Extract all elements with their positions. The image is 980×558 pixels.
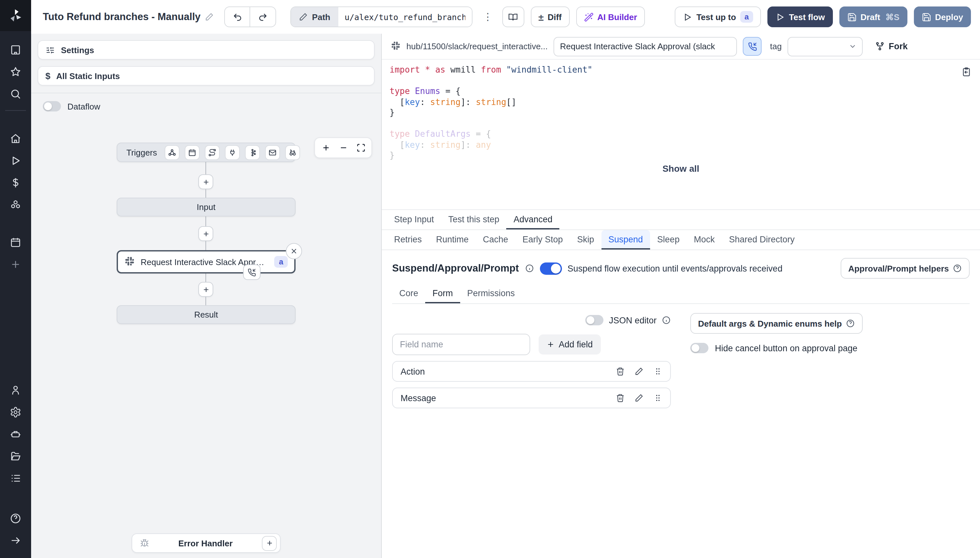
edit-title-pencil-icon[interactable] [205, 12, 214, 21]
field-label: Message [401, 393, 436, 403]
search-icon[interactable] [4, 83, 27, 105]
tab-early-stop[interactable]: Early Stop [515, 230, 570, 249]
trash-icon[interactable] [616, 393, 625, 402]
suspend-indicator-button[interactable] [743, 37, 762, 56]
json-editor-label: JSON editor [609, 315, 657, 325]
hide-cancel-toggle[interactable] [690, 343, 708, 353]
info-icon[interactable] [662, 316, 671, 325]
editor-header: hub/11500/slack/request_interactive... t… [382, 34, 980, 60]
home-icon[interactable] [4, 128, 27, 150]
email-trigger-icon[interactable] [265, 145, 280, 160]
tag-select[interactable] [788, 37, 863, 56]
schedules-calendar-icon[interactable] [4, 231, 27, 253]
insert-step-button[interactable] [198, 226, 213, 241]
deploy-button[interactable]: Deploy [914, 7, 971, 27]
tab-skip[interactable]: Skip [570, 230, 601, 249]
fork-button[interactable]: Fork [875, 41, 908, 51]
expand-sidebar-arrow-icon[interactable] [4, 530, 27, 551]
trash-icon[interactable] [616, 367, 625, 376]
field-name-input[interactable] [392, 334, 530, 355]
save-icon [847, 12, 857, 22]
tab-retries[interactable]: Retries [387, 230, 429, 249]
tab-cache[interactable]: Cache [476, 230, 515, 249]
insert-step-button[interactable] [198, 282, 213, 297]
add-plus-icon[interactable] [4, 253, 27, 276]
websocket-trigger-icon[interactable] [225, 145, 240, 160]
add-field-button[interactable]: Add field [538, 335, 601, 354]
path-input[interactable] [338, 7, 471, 26]
tab-core[interactable]: Core [392, 284, 425, 303]
help-icon[interactable] [4, 507, 27, 530]
workers-robot-icon[interactable] [4, 423, 27, 445]
form-field-row[interactable]: Message [392, 387, 671, 408]
hub-script-path[interactable]: hub/11500/slack/request_interactive... [406, 41, 548, 51]
plus-minus-icon: ± [538, 11, 543, 22]
tab-permissions[interactable]: Permissions [460, 284, 522, 303]
suspend-enable-toggle[interactable] [540, 262, 561, 274]
tab-step-input[interactable]: Step Input [387, 210, 441, 230]
docs-book-button[interactable] [502, 7, 524, 27]
default-args-help-button[interactable]: Default args & Dynamic enums help [690, 313, 863, 334]
user-icon[interactable] [4, 379, 27, 401]
edit-pencil-icon[interactable] [635, 367, 643, 376]
tab-advanced[interactable]: Advanced [507, 210, 560, 230]
settings-gear-icon[interactable] [4, 401, 27, 423]
tab-mock[interactable]: Mock [687, 230, 722, 249]
redo-button[interactable] [251, 7, 276, 27]
tab-shared-directory[interactable]: Shared Directory [722, 230, 802, 249]
favorites-star-icon[interactable] [4, 61, 27, 83]
phone-incoming-icon [248, 268, 256, 276]
tab-sleep[interactable]: Sleep [650, 230, 687, 249]
triggers-node[interactable]: Triggers [117, 143, 295, 162]
http-route-trigger-icon[interactable] [205, 145, 220, 160]
code-editor[interactable]: import * as wmill from "windmill-client"… [382, 60, 980, 210]
variables-dollar-icon[interactable] [4, 172, 27, 194]
tab-runtime[interactable]: Runtime [429, 230, 476, 249]
info-icon[interactable] [525, 264, 534, 273]
more-options-button[interactable]: ⋮ [481, 11, 494, 23]
phone-incoming-icon [748, 42, 757, 51]
json-editor-toggle[interactable] [586, 315, 604, 325]
triggers-label: Triggers [126, 148, 157, 157]
remove-step-button[interactable] [286, 243, 302, 259]
error-handler-node[interactable]: Error Handler [131, 533, 281, 553]
diff-button[interactable]: ± Diff [530, 7, 570, 27]
folders-icon[interactable] [4, 445, 27, 467]
draft-shortcut: ⌘S [885, 12, 899, 22]
step-title-input[interactable] [553, 37, 737, 56]
drag-grip-icon[interactable] [653, 367, 662, 376]
schedule-trigger-icon[interactable] [185, 145, 200, 160]
form-help-column: Default args & Dynamic enums help Hide c… [690, 313, 863, 408]
webhook-trigger-icon[interactable] [165, 145, 179, 160]
logs-list-icon[interactable] [4, 467, 27, 489]
tab-test-this-step[interactable]: Test this step [441, 210, 507, 230]
poll-trigger-icon[interactable] [285, 145, 300, 160]
windmill-logo-icon [8, 8, 23, 23]
tab-suspend[interactable]: Suspend [601, 230, 650, 249]
copy-code-button[interactable] [961, 67, 972, 79]
insert-step-button[interactable] [198, 174, 213, 189]
ai-builder-button[interactable]: AI Builder [576, 7, 645, 27]
undo-button[interactable] [225, 7, 251, 27]
test-up-to-button[interactable]: Test up to a [675, 7, 761, 27]
draft-button[interactable]: Draft ⌘S [839, 7, 907, 27]
input-node[interactable]: Input [117, 198, 295, 217]
runs-play-icon[interactable] [4, 150, 27, 172]
edit-pencil-icon[interactable] [635, 393, 643, 402]
resources-cubes-icon[interactable] [4, 194, 27, 216]
book-open-icon [508, 12, 518, 22]
suspend-phone-badge[interactable] [243, 264, 261, 280]
add-error-handler-button[interactable] [262, 536, 277, 551]
approval-prompt-helpers-button[interactable]: Approval/Prompt helpers [840, 258, 970, 279]
tab-form[interactable]: Form [425, 284, 460, 303]
form-field-row[interactable]: Action [392, 361, 671, 382]
slack-approval-step-node[interactable]: Request Interactive Slack Approval (... … [117, 250, 295, 274]
test-flow-button[interactable]: Test flow [768, 7, 833, 27]
show-all-button[interactable]: Show all [662, 163, 699, 174]
windmill-logo[interactable] [0, 0, 31, 31]
result-node[interactable]: Result [117, 305, 295, 324]
workspace-icon[interactable] [4, 39, 27, 61]
kafka-trigger-icon[interactable] [245, 145, 260, 160]
edge-line [205, 297, 206, 305]
drag-grip-icon[interactable] [653, 393, 662, 402]
